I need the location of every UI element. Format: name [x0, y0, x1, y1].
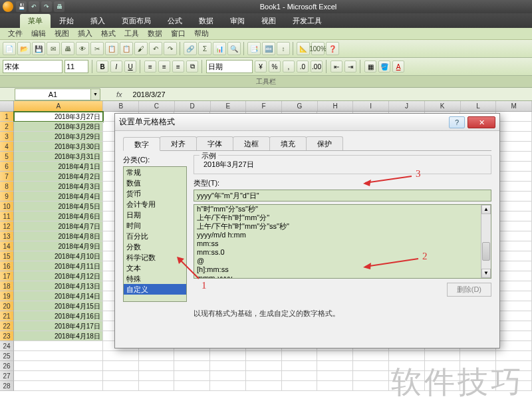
col-header-D[interactable]: D — [175, 101, 211, 111]
toolbar-button-19[interactable]: 🔤 — [262, 42, 275, 55]
row-header-13[interactable]: 13 — [0, 231, 14, 241]
row-header-19[interactable]: 19 — [0, 291, 14, 301]
category-list[interactable]: 常规数值货币会计专用日期时间百分比分数科学记数文本特殊自定义 — [123, 166, 187, 302]
cell-M1[interactable] — [496, 112, 532, 122]
category-item[interactable]: 货币 — [124, 188, 186, 199]
row-header-23[interactable]: 23 — [0, 331, 14, 341]
cell-A1[interactable]: 2018年3月27日 — [14, 112, 103, 122]
cell-F27[interactable] — [246, 371, 282, 381]
align-left-button[interactable]: ≡ — [144, 61, 156, 72]
cell-D25[interactable] — [174, 351, 210, 361]
menu-0[interactable]: 文件 — [4, 29, 27, 39]
cell-D28[interactable] — [174, 381, 210, 391]
cell-A23[interactable]: 2018年4月18日 — [14, 331, 103, 341]
row-header-24[interactable]: 24 — [0, 341, 14, 351]
cell-M6[interactable] — [496, 162, 532, 172]
cell-E28[interactable] — [210, 381, 246, 391]
cell-M2[interactable] — [496, 122, 532, 132]
cell-A14[interactable]: 2018年4月9日 — [14, 241, 103, 251]
row-header-28[interactable]: 28 — [0, 381, 14, 391]
cell-A24[interactable] — [14, 341, 103, 351]
cell-A18[interactable]: 2018年4月13日 — [14, 281, 103, 291]
type-list-item[interactable]: mm:ss.0 — [194, 248, 481, 257]
toolbar-button-22[interactable]: 📐 — [297, 42, 310, 55]
fx-icon[interactable]: fx — [116, 90, 122, 98]
increase-decimal-button[interactable]: .00 — [311, 61, 323, 72]
row-header-18[interactable]: 18 — [0, 281, 14, 291]
cell-M16[interactable] — [496, 261, 532, 271]
row-header-1[interactable]: 1 — [0, 112, 14, 122]
cell-A13[interactable]: 2018年4月8日 — [14, 231, 103, 241]
col-header-M[interactable]: M — [496, 101, 532, 111]
cell-C28[interactable] — [139, 381, 175, 391]
dialog-tab-0[interactable]: 数字 — [123, 137, 160, 151]
cell-A15[interactable]: 2018年4月10日 — [14, 251, 103, 261]
toolbar-button-7[interactable]: 📋 — [105, 42, 118, 55]
scroll-down-icon[interactable]: ▼ — [481, 269, 491, 278]
cell-A10[interactable]: 2018年4月5日 — [14, 202, 103, 211]
cell-J26[interactable] — [389, 361, 425, 371]
qat-save-icon[interactable]: 💾 — [16, 1, 27, 12]
cell-A25[interactable] — [14, 351, 103, 361]
row-header-10[interactable]: 10 — [0, 202, 14, 211]
qat-print-icon[interactable]: 🖶 — [54, 1, 65, 12]
menu-3[interactable]: 插入 — [74, 29, 96, 39]
row-header-8[interactable]: 8 — [0, 182, 14, 192]
delete-button[interactable]: 删除(D) — [447, 283, 491, 297]
row-header-16[interactable]: 16 — [0, 261, 14, 271]
align-center-button[interactable]: ≡ — [158, 61, 170, 72]
toolbar-button-13[interactable]: 🔗 — [184, 42, 197, 55]
col-header-J[interactable]: J — [389, 101, 425, 111]
cell-G25[interactable] — [282, 351, 318, 361]
dialog-tab-1[interactable]: 对齐 — [160, 136, 197, 150]
ribbon-tab-2[interactable]: 插入 — [82, 14, 113, 28]
qat-undo-icon[interactable]: ↶ — [29, 1, 39, 12]
merge-button[interactable]: ⧉ — [186, 61, 198, 72]
cell-C25[interactable] — [139, 351, 175, 361]
cell-M12[interactable] — [496, 221, 532, 231]
row-header-21[interactable]: 21 — [0, 311, 14, 321]
cell-M26[interactable] — [496, 361, 532, 371]
dialog-tab-4[interactable]: 填充 — [269, 136, 307, 150]
cell-K26[interactable] — [425, 361, 461, 371]
row-header-2[interactable]: 2 — [0, 122, 14, 132]
row-header-12[interactable]: 12 — [0, 221, 14, 231]
category-item[interactable]: 百分比 — [124, 231, 186, 241]
toolbar-button-11[interactable]: ↷ — [164, 42, 177, 55]
toolbar-button-5[interactable]: 👁 — [76, 42, 89, 55]
ribbon-tab-4[interactable]: 公式 — [160, 14, 190, 28]
cell-M24[interactable] — [496, 341, 532, 351]
cell-M23[interactable] — [496, 331, 532, 341]
cell-L28[interactable] — [460, 381, 496, 391]
cell-H25[interactable] — [317, 351, 353, 361]
fill-color-button[interactable]: 🪣 — [378, 61, 390, 72]
type-list[interactable]: h"时"mm"分"ss"秒"上午/下午h"时"mm"分"上午/下午h"时"mm"… — [194, 204, 491, 279]
cell-G26[interactable] — [282, 361, 318, 371]
cell-I28[interactable] — [353, 381, 389, 391]
type-list-item[interactable]: yyyy/m/d h:mm — [194, 231, 481, 239]
toolbar-button-15[interactable]: 📊 — [213, 42, 226, 55]
category-item[interactable]: 自定义 — [124, 284, 186, 295]
cell-A21[interactable]: 2018年4月16日 — [14, 311, 103, 321]
row-header-14[interactable]: 14 — [0, 241, 14, 251]
toolbar-button-23[interactable]: 100% — [311, 42, 325, 55]
indent-decrease-button[interactable]: ⇤ — [331, 61, 342, 72]
cell-A11[interactable]: 2018年4月6日 — [14, 211, 103, 221]
cell-G27[interactable] — [282, 371, 318, 381]
cell-B25[interactable] — [103, 351, 139, 361]
cell-A12[interactable]: 2018年4月7日 — [14, 221, 103, 231]
cell-K28[interactable] — [425, 381, 461, 391]
cell-J27[interactable] — [389, 371, 425, 381]
row-header-25[interactable]: 25 — [0, 351, 14, 361]
toolbar-button-20[interactable]: ↕ — [277, 42, 290, 55]
dialog-tab-2[interactable]: 字体 — [196, 136, 233, 150]
col-header-A[interactable]: A — [14, 101, 103, 111]
category-item[interactable]: 科学记数 — [124, 252, 186, 263]
select-all-corner[interactable] — [0, 101, 14, 111]
office-orb-icon[interactable] — [3, 1, 13, 12]
cell-M28[interactable] — [496, 381, 532, 391]
comma-button[interactable]: , — [283, 61, 295, 72]
ribbon-tab-5[interactable]: 数据 — [191, 14, 221, 28]
type-list-item[interactable]: mmm-yyyy — [194, 274, 481, 279]
cell-K25[interactable] — [425, 351, 461, 361]
